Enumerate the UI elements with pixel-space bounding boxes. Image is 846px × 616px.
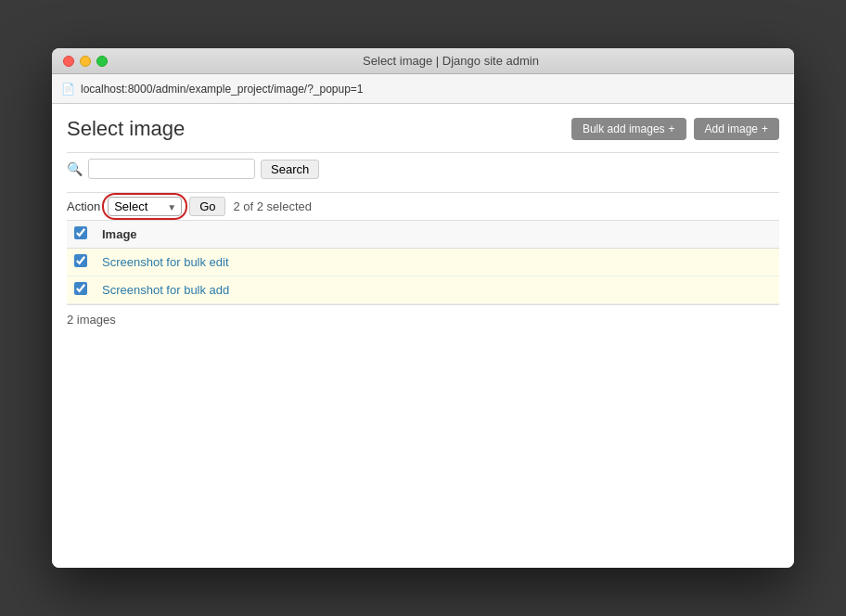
- search-icon: 🔍: [67, 161, 83, 176]
- row-name-cell: Screenshot for bulk edit: [95, 249, 779, 276]
- search-button[interactable]: Search: [261, 160, 319, 179]
- add-image-label: Add image: [705, 122, 758, 135]
- content-area: Select image Bulk add images + Add image…: [52, 104, 794, 568]
- image-table: Image Screenshot for bulk editScreenshot…: [67, 220, 779, 304]
- column-image-header: Image: [95, 221, 779, 249]
- minimize-button[interactable]: [80, 56, 91, 67]
- image-count: 2 images: [67, 313, 116, 327]
- header-buttons: Bulk add images + Add image +: [571, 118, 779, 140]
- row-checkbox[interactable]: [74, 254, 87, 267]
- select-all-checkbox[interactable]: [74, 226, 87, 239]
- table-footer: 2 images: [67, 304, 779, 334]
- doc-icon: 📄: [61, 83, 75, 96]
- table-row: Screenshot for bulk add: [67, 276, 779, 304]
- table-row: Screenshot for bulk edit: [67, 249, 779, 276]
- bulk-add-label: Bulk add images: [583, 122, 665, 135]
- plus-icon: +: [669, 122, 675, 135]
- row-link[interactable]: Screenshot for bulk edit: [102, 255, 229, 269]
- row-link[interactable]: Screenshot for bulk add: [102, 283, 229, 297]
- action-bar: Action Select ▼ Go 2 of 2 selected: [67, 192, 779, 220]
- search-input[interactable]: [88, 159, 255, 179]
- row-checkbox[interactable]: [74, 282, 87, 295]
- close-button[interactable]: [63, 56, 74, 67]
- header-checkbox-cell: [67, 221, 95, 249]
- action-select-wrapper: Select ▼: [108, 197, 182, 216]
- row-checkbox-cell: [67, 249, 95, 276]
- row-name-cell: Screenshot for bulk add: [95, 276, 779, 304]
- titlebar: Select image | Django site admin: [52, 48, 794, 74]
- plus-icon-2: +: [762, 122, 768, 135]
- app-window: Select image | Django site admin 📄 local…: [52, 48, 794, 568]
- row-checkbox-cell: [67, 276, 95, 304]
- add-image-button[interactable]: Add image +: [694, 118, 779, 140]
- window-title: Select image | Django site admin: [119, 54, 783, 68]
- table-body: Screenshot for bulk editScreenshot for b…: [67, 249, 779, 304]
- traffic-lights: [63, 56, 108, 67]
- action-select[interactable]: Select: [108, 197, 182, 216]
- maximize-button[interactable]: [96, 56, 108, 67]
- table-header-row: Image: [67, 221, 779, 249]
- bulk-add-images-button[interactable]: Bulk add images +: [571, 118, 686, 140]
- addressbar: 📄 localhost:8000/admin/example_project/i…: [52, 74, 794, 104]
- go-button[interactable]: Go: [189, 197, 225, 216]
- search-bar: 🔍 Search: [67, 152, 779, 185]
- action-label: Action: [67, 199, 100, 213]
- page-title: Select image: [67, 117, 185, 141]
- url-display: localhost:8000/admin/example_project/ima…: [81, 83, 364, 96]
- page-header: Select image Bulk add images + Add image…: [67, 117, 779, 141]
- selected-count: 2 of 2 selected: [233, 199, 312, 213]
